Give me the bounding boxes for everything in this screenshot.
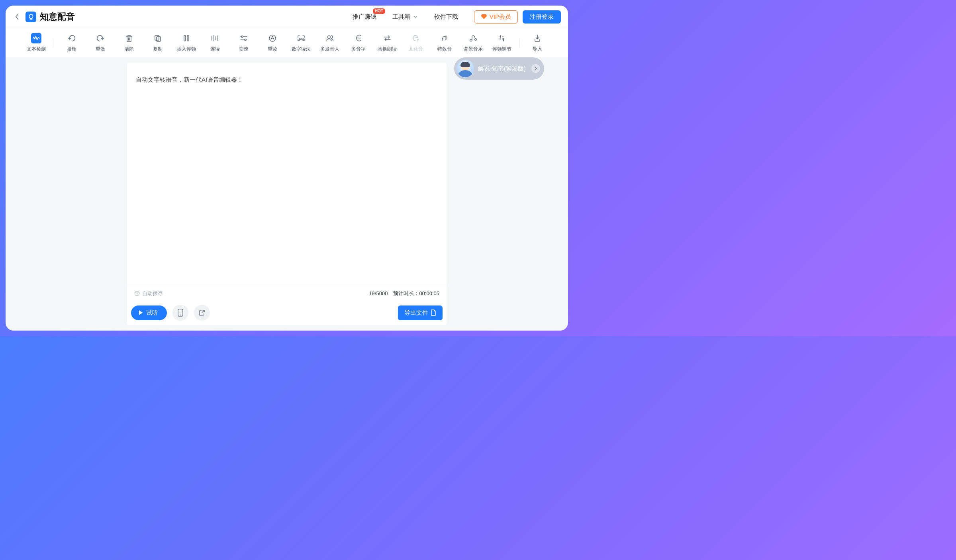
chevron-right-icon <box>534 67 538 70</box>
voice-label: 解说-知韦(紧凑版) <box>478 65 526 72</box>
tool-label: 数字读法 <box>292 46 311 53</box>
svg-rect-1 <box>157 37 161 41</box>
undo-icon <box>67 33 77 43</box>
chevron-left-icon <box>15 14 20 20</box>
redo-icon <box>95 33 106 43</box>
tool-erhua: 儿化音 <box>406 33 426 53</box>
export-button[interactable]: 导出文件 <box>398 305 443 320</box>
share-button[interactable] <box>194 305 210 321</box>
tool-label: 背景音乐 <box>464 46 483 53</box>
content-body: 自动文字转语音，新一代AI语音编辑器！ 自动保存 19/5000 预计时长：00… <box>6 57 568 331</box>
duration-label: 预计时长： <box>393 290 419 296</box>
export-label: 导出文件 <box>404 309 428 317</box>
pause-adjust-icon <box>497 33 507 43</box>
tool-undo[interactable]: 撤销 <box>61 33 82 53</box>
svg-rect-3 <box>187 35 189 41</box>
tool-replace-read[interactable]: 替换朗读 <box>377 33 398 53</box>
brand-logo-icon <box>25 12 36 22</box>
tool-insert-pause[interactable]: 插入停顿 <box>176 33 197 53</box>
svg-point-9 <box>475 39 476 40</box>
tool-label: 复制 <box>153 46 163 53</box>
tool-pause-adjust[interactable]: 停顿调节 <box>492 33 512 53</box>
tool-emphasis[interactable]: 重读 <box>262 33 283 53</box>
clock-icon <box>134 291 140 296</box>
brand-title: 知意配音 <box>40 11 75 23</box>
tool-clear[interactable]: 清除 <box>119 33 139 53</box>
nav-download-label: 软件下载 <box>434 13 458 21</box>
svg-point-8 <box>328 36 330 38</box>
tool-speed[interactable]: 变速 <box>233 33 254 53</box>
tool-multi-speaker[interactable]: 多发音人 <box>319 33 340 53</box>
svg-rect-0 <box>155 35 159 40</box>
vip-label: VIP会员 <box>490 13 511 21</box>
preview-label: 试听 <box>146 309 158 317</box>
tool-redo[interactable]: 重做 <box>90 33 111 53</box>
nav-download[interactable]: 软件下载 <box>434 13 458 21</box>
number-read-icon: 123 <box>296 33 306 43</box>
svg-point-12 <box>180 315 181 315</box>
file-icon <box>431 309 436 316</box>
erhua-icon <box>411 33 421 43</box>
preview-button[interactable]: 试听 <box>131 305 167 320</box>
diamond-icon <box>481 14 487 20</box>
chevron-down-icon <box>413 14 418 20</box>
insert-pause-icon <box>181 33 192 43</box>
nav-toolbox[interactable]: 工具箱 <box>392 13 418 21</box>
editor-textarea[interactable]: 自动文字转语音，新一代AI语音编辑器！ <box>127 63 447 286</box>
polyphone-icon <box>353 33 364 43</box>
toolbar: 文本检测撤销重做清除复制插入停顿连读变速重读123数字读法多发音人多音字替换朗读… <box>6 28 568 57</box>
voice-avatar <box>456 60 474 77</box>
autosave-indicator: 自动保存 <box>134 290 163 297</box>
tool-import[interactable]: 导入 <box>527 33 548 53</box>
text-detect-icon <box>31 33 41 43</box>
tool-copy[interactable]: 复制 <box>147 33 168 53</box>
voice-selector[interactable]: 解说-知韦(紧凑版) <box>454 57 544 80</box>
tool-label: 撤销 <box>67 46 76 53</box>
tool-label: 多音字 <box>351 46 366 53</box>
tool-polyphone[interactable]: 多音字 <box>348 33 369 53</box>
svg-text:123: 123 <box>298 37 304 41</box>
app-window: 知意配音 推广赚钱 HOT 工具箱 软件下载 VIP会员 注册登录 文本检测撤销… <box>6 6 568 331</box>
mobile-button[interactable] <box>172 305 188 321</box>
tool-label: 儿化音 <box>409 46 423 53</box>
autosave-label: 自动保存 <box>142 290 163 297</box>
vip-button[interactable]: VIP会员 <box>474 10 518 23</box>
duration-container: 预计时长：00:00:05 <box>393 290 439 297</box>
tool-label: 清除 <box>124 46 134 53</box>
copy-icon <box>153 33 163 43</box>
tool-label: 文本检测 <box>27 46 46 53</box>
tool-number-read[interactable]: 123数字读法 <box>291 33 311 53</box>
nav-promo[interactable]: 推广赚钱 HOT <box>353 13 376 21</box>
nav-toolbox-label: 工具箱 <box>392 13 410 21</box>
duration-value: 00:00:05 <box>419 290 439 296</box>
continuous-icon <box>210 33 220 43</box>
tool-sfx[interactable]: 特效音 <box>434 33 455 53</box>
svg-rect-2 <box>184 35 186 41</box>
tool-label: 插入停顿 <box>177 46 196 53</box>
tool-label: 重读 <box>268 46 277 53</box>
tool-bgm[interactable]: 背景音乐 <box>463 33 484 53</box>
mobile-icon <box>178 309 183 317</box>
tool-text-detect[interactable]: 文本检测 <box>26 33 47 53</box>
tool-continuous[interactable]: 连读 <box>205 33 225 53</box>
hot-badge: HOT <box>373 8 385 14</box>
replace-read-icon <box>382 33 392 43</box>
tool-label: 多发音人 <box>320 46 339 53</box>
register-button[interactable]: 注册登录 <box>523 10 561 23</box>
header-bar: 知意配音 推广赚钱 HOT 工具箱 软件下载 VIP会员 注册登录 <box>6 6 568 28</box>
tool-label: 导入 <box>533 46 542 53</box>
sfx-icon <box>439 33 450 43</box>
back-button[interactable] <box>13 12 22 21</box>
register-label: 注册登录 <box>530 13 554 20</box>
toolbar-divider <box>54 39 54 47</box>
multi-speaker-icon <box>325 33 335 43</box>
clear-icon <box>124 33 134 43</box>
tool-label: 变速 <box>239 46 249 53</box>
tool-label: 停顿调节 <box>492 46 511 53</box>
play-icon <box>137 309 144 316</box>
emphasis-icon <box>267 33 278 43</box>
nav-promo-label: 推广赚钱 <box>353 13 376 21</box>
speed-icon <box>239 33 249 43</box>
editor-content: 自动文字转语音，新一代AI语音编辑器！ <box>136 76 243 83</box>
editor-status-bar: 自动保存 19/5000 预计时长：00:00:05 <box>127 286 447 300</box>
